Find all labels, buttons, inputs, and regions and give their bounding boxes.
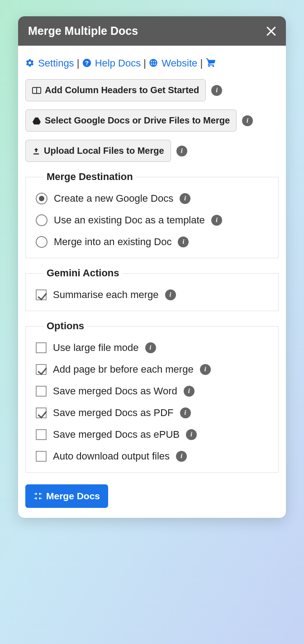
nav-links: Settings | ? Help Docs | Website |: [25, 57, 279, 79]
nav-cart-link[interactable]: [205, 57, 217, 69]
info-icon[interactable]: i: [211, 85, 222, 96]
fieldset-legend: Merge Destination: [44, 171, 136, 183]
info-icon[interactable]: i: [176, 146, 187, 156]
radio-row: Create a new Google Docs i: [36, 193, 270, 204]
add-column-headers-button[interactable]: Add Column Headers to Get Started: [25, 79, 206, 101]
info-icon[interactable]: i: [178, 237, 189, 247]
checkbox-save-pdf[interactable]: [36, 407, 47, 418]
svg-marker-7: [33, 117, 41, 124]
dialog-panel: Merge Multiple Docs Settings | ? Help Do…: [18, 16, 286, 518]
checkbox-label: Auto download output files: [53, 450, 170, 462]
checkbox-row: Summarise each merge i: [36, 289, 270, 301]
checkbox-label: Save merged Docs as PDF: [53, 407, 174, 419]
action-row: Select Google Docs or Drive Files to Mer…: [25, 109, 279, 132]
drive-icon: [32, 117, 41, 125]
info-icon[interactable]: i: [242, 115, 253, 126]
checkbox-large-file[interactable]: [36, 342, 47, 353]
fieldset-legend: Gemini Actions: [44, 267, 122, 279]
info-icon[interactable]: i: [200, 364, 211, 375]
checkbox-label: Summarise each merge: [53, 289, 159, 301]
checkbox-page-break[interactable]: [36, 364, 47, 375]
radio-create-new[interactable]: [36, 193, 48, 204]
options-group: Options Use large file mode i Add page b…: [25, 320, 279, 473]
checkbox-row: Save merged Docs as ePUB i: [36, 429, 270, 440]
button-label: Select Google Docs or Drive Files to Mer…: [45, 115, 230, 126]
dialog-title: Merge Multiple Docs: [28, 24, 138, 38]
merge-destination-group: Merge Destination Create a new Google Do…: [25, 171, 279, 258]
checkbox-summarise[interactable]: [36, 289, 47, 300]
radio-label: Merge into an existing Doc: [54, 236, 171, 248]
nav-settings-link[interactable]: Settings: [38, 57, 74, 69]
gear-icon: [25, 58, 34, 67]
info-icon[interactable]: i: [165, 289, 176, 300]
checkbox-row: Use large file mode i: [36, 342, 270, 354]
globe-icon: [149, 58, 158, 67]
question-circle-icon: ?: [82, 58, 91, 67]
dialog-content: Settings | ? Help Docs | Website |: [18, 46, 286, 518]
info-icon[interactable]: i: [211, 215, 222, 226]
columns-icon: [32, 87, 41, 94]
checkbox-save-epub[interactable]: [36, 429, 47, 440]
radio-label: Use an existing Doc as a template: [54, 214, 205, 226]
action-row: Upload Local Files to Merge i: [25, 140, 279, 162]
svg-text:?: ?: [85, 60, 89, 66]
info-icon[interactable]: i: [180, 193, 190, 204]
nav-separator: |: [143, 57, 149, 69]
nav-helpdocs-link[interactable]: Help Docs: [95, 57, 141, 69]
info-icon[interactable]: i: [145, 342, 156, 353]
checkbox-row: Add page br before each merge i: [36, 364, 270, 375]
info-icon[interactable]: i: [184, 386, 195, 397]
svg-point-4: [213, 65, 214, 67]
button-label: Merge Docs: [46, 491, 100, 502]
radio-row: Merge into an existing Doc i: [36, 236, 270, 248]
checkbox-row: Save merged Docs as Word i: [36, 385, 270, 397]
nav-separator: |: [200, 57, 205, 69]
radio-label: Create a new Google Docs: [54, 193, 173, 204]
svg-point-3: [209, 65, 210, 67]
upload-local-files-button[interactable]: Upload Local Files to Merge: [25, 140, 171, 162]
info-icon[interactable]: i: [176, 451, 187, 462]
cart-icon: [205, 57, 216, 67]
nav-website-link[interactable]: Website: [162, 57, 197, 69]
action-row: Add Column Headers to Get Started i: [25, 79, 279, 101]
checkbox-row: Auto download output files i: [36, 450, 270, 462]
checkbox-row: Save merged Docs as PDF i: [36, 407, 270, 419]
info-icon[interactable]: i: [180, 407, 191, 418]
checkbox-auto-download[interactable]: [36, 451, 47, 462]
radio-merge-existing[interactable]: [36, 236, 48, 248]
title-bar: Merge Multiple Docs: [18, 16, 286, 46]
svg-rect-8: [33, 153, 39, 154]
radio-row: Use an existing Doc as a template i: [36, 214, 270, 226]
radio-use-template[interactable]: [36, 214, 48, 226]
gemini-actions-group: Gemini Actions Summarise each merge i: [25, 267, 279, 311]
button-label: Add Column Headers to Get Started: [45, 85, 199, 95]
upload-icon: [32, 147, 40, 155]
checkbox-label: Use large file mode: [53, 342, 139, 354]
select-google-docs-button[interactable]: Select Google Docs or Drive Files to Mer…: [25, 109, 237, 132]
checkbox-label: Save merged Docs as Word: [53, 385, 177, 397]
close-icon[interactable]: [266, 26, 276, 36]
checkbox-label: Add page br before each merge: [53, 364, 194, 375]
nav-separator: |: [77, 57, 82, 69]
fieldset-legend: Options: [44, 320, 87, 332]
info-icon[interactable]: i: [186, 429, 197, 440]
checkbox-label: Save merged Docs as ePUB: [53, 429, 180, 440]
checkbox-save-word[interactable]: [36, 386, 47, 397]
merge-docs-button[interactable]: Merge Docs: [25, 484, 108, 508]
button-label: Upload Local Files to Merge: [44, 146, 164, 156]
merge-icon: [33, 492, 43, 501]
